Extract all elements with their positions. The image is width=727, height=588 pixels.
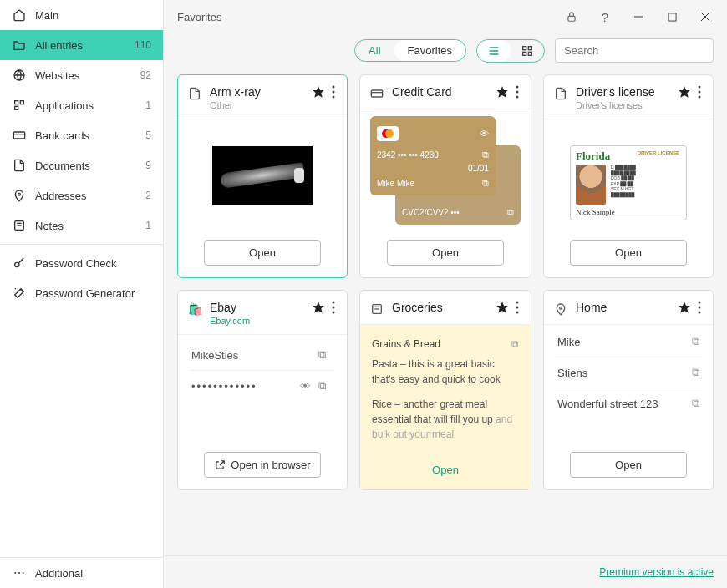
open-button[interactable]: Open	[570, 240, 687, 266]
sidebar-item-addresses[interactable]: Addresses 2	[0, 180, 163, 210]
sidebar-item-password-generator[interactable]: Password Generator	[0, 278, 163, 308]
favorite-star-icon[interactable]	[496, 85, 509, 99]
card-arm-xray[interactable]: Arm x-ray Other Open	[177, 74, 348, 278]
svg-point-38	[699, 91, 701, 94]
sidebar-label: Password Generator	[35, 287, 151, 300]
view-list[interactable]	[477, 40, 511, 62]
copy-icon[interactable]: ⧉	[482, 150, 489, 160]
lock-button[interactable]	[555, 5, 588, 28]
open-button[interactable]: Open	[570, 452, 687, 478]
card-ebay[interactable]: 🛍️ Ebay Ebay.com MikeSties ⧉ •••••••••••…	[177, 290, 348, 490]
svg-point-10	[15, 262, 19, 266]
favorite-star-icon[interactable]	[496, 301, 509, 314]
svg-point-39	[699, 96, 701, 99]
card-title: Groceries	[392, 301, 491, 314]
svg-rect-23	[528, 46, 531, 49]
svg-point-53	[699, 302, 701, 304]
open-button[interactable]: Open	[372, 462, 519, 479]
svg-point-34	[516, 91, 519, 94]
svg-rect-4	[13, 132, 24, 139]
xray-thumbnail	[212, 146, 313, 205]
more-icon[interactable]	[330, 301, 337, 314]
svg-marker-52	[679, 302, 689, 312]
more-icon	[12, 566, 27, 580]
sidebar-item-additional[interactable]: Additional	[0, 558, 163, 588]
copy-icon[interactable]: ⧉	[692, 397, 699, 410]
search-input[interactable]	[555, 38, 714, 63]
more-icon[interactable]	[514, 301, 521, 314]
card-home[interactable]: Home Mike⧉ Stiens⧉ Wonderful street 123⧉…	[543, 290, 714, 490]
copy-icon[interactable]: ⧉	[511, 337, 519, 352]
more-icon[interactable]	[696, 301, 703, 314]
sidebar-label: Addresses	[35, 190, 145, 202]
wand-icon	[12, 286, 27, 300]
svg-marker-47	[496, 302, 507, 312]
pin-icon	[12, 189, 27, 202]
eye-icon[interactable]: 👁	[300, 380, 315, 393]
svg-point-51	[560, 307, 562, 309]
card-expiry: 01/01	[468, 164, 489, 173]
sidebar-label: Additional	[35, 567, 151, 580]
open-in-browser-button[interactable]: Open in browser	[204, 452, 321, 478]
copy-icon[interactable]: ⧉	[692, 366, 699, 379]
card-holder: Mike Mike	[377, 179, 414, 188]
copy-icon[interactable]: ⧉	[318, 348, 333, 362]
svg-point-27	[333, 86, 335, 89]
password-value: ••••••••••••	[191, 380, 297, 393]
help-button[interactable]: ?	[588, 5, 622, 28]
eye-icon[interactable]: 👁	[480, 129, 489, 139]
card-icon	[12, 129, 27, 142]
copy-icon[interactable]: ⧉	[507, 207, 514, 218]
sidebar-item-documents[interactable]: Documents 9	[0, 150, 163, 180]
close-button[interactable]	[689, 5, 722, 28]
card-drivers-license[interactable]: Driver's license Driver's licenses Flori…	[543, 74, 714, 278]
svg-point-12	[18, 572, 20, 574]
sidebar-count: 5	[145, 129, 151, 141]
favorite-star-icon[interactable]	[678, 301, 691, 314]
sidebar-item-all-entries[interactable]: All entries 110	[0, 30, 163, 60]
filter-all[interactable]: All	[355, 40, 394, 61]
filter-favorites[interactable]: Favorites	[394, 40, 465, 61]
more-icon[interactable]	[514, 85, 521, 99]
premium-link[interactable]: Premium version is active	[599, 566, 714, 578]
sidebar-count: 1	[145, 220, 151, 231]
svg-point-41	[333, 302, 335, 304]
card-title: Credit Card	[392, 85, 491, 99]
svg-point-54	[699, 307, 701, 309]
svg-point-35	[516, 96, 519, 99]
view-grid[interactable]	[511, 40, 544, 62]
document-icon	[12, 159, 27, 172]
svg-point-42	[333, 307, 335, 309]
card-title: Arm x-ray	[210, 85, 307, 99]
card-icon	[370, 87, 385, 100]
card-subtitle: Ebay.com	[210, 316, 307, 326]
sidebar-label: Applications	[35, 99, 145, 112]
favorite-star-icon[interactable]	[312, 301, 325, 314]
more-icon[interactable]	[330, 85, 337, 99]
svg-point-43	[333, 312, 335, 314]
maximize-button[interactable]	[655, 5, 689, 28]
sidebar-item-password-check[interactable]: Password Check	[0, 248, 163, 278]
address-row: Mike⧉	[556, 327, 701, 357]
more-icon[interactable]	[696, 85, 703, 99]
sidebar-item-websites[interactable]: Websites 92	[0, 60, 163, 90]
sidebar-item-bank-cards[interactable]: Bank cards 5	[0, 120, 163, 150]
sidebar-item-main[interactable]: Main	[0, 0, 163, 30]
card-groceries[interactable]: Groceries Grains & Bread⧉ Pasta – this i…	[359, 290, 531, 490]
copy-icon[interactable]: ⧉	[318, 379, 333, 393]
svg-rect-24	[523, 52, 526, 55]
copy-icon[interactable]: ⧉	[692, 335, 699, 348]
favorite-star-icon[interactable]	[312, 85, 325, 99]
svg-point-37	[699, 86, 701, 89]
sidebar-item-applications[interactable]: Applications 1	[0, 90, 163, 120]
favorite-star-icon[interactable]	[678, 85, 691, 99]
card-credit-card[interactable]: Credit Card CVC2/CVV2 •••⧉ 👁 2342 ••• ••…	[359, 74, 531, 278]
minimize-button[interactable]	[622, 5, 655, 28]
sidebar-item-notes[interactable]: Notes 1	[0, 210, 163, 241]
open-button[interactable]: Open	[387, 240, 504, 266]
card-subtitle: Driver's licenses	[576, 100, 673, 110]
note-line: Rice – another great meal essential that…	[372, 397, 519, 442]
copy-icon[interactable]: ⧉	[482, 178, 489, 189]
open-button[interactable]: Open	[204, 240, 321, 266]
sidebar-label: Documents	[35, 160, 145, 172]
